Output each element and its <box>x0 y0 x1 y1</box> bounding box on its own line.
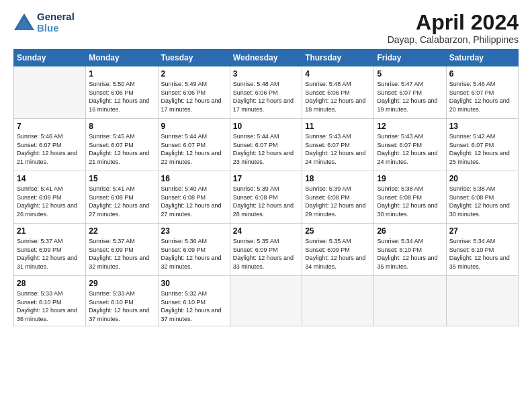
calendar-cell: 14 Sunrise: 5:41 AMSunset: 6:08 PMDaylig… <box>14 171 86 224</box>
day-number: 28 <box>17 279 83 288</box>
calendar-week-4: 28 Sunrise: 5:33 AMSunset: 6:10 PMDaylig… <box>14 276 519 326</box>
calendar-cell: 11 Sunrise: 5:43 AMSunset: 6:07 PMDaylig… <box>302 119 374 171</box>
day-number: 29 <box>89 279 154 288</box>
calendar-cell: 28 Sunrise: 5:33 AMSunset: 6:10 PMDaylig… <box>14 276 86 326</box>
calendar-cell: 27 Sunrise: 5:34 AMSunset: 6:10 PMDaylig… <box>446 224 518 276</box>
day-number: 9 <box>161 122 227 131</box>
calendar-cell <box>302 276 374 326</box>
day-number: 15 <box>89 174 154 183</box>
calendar-week-2: 14 Sunrise: 5:41 AMSunset: 6:08 PMDaylig… <box>14 171 519 224</box>
day-info: Sunrise: 5:33 AMSunset: 6:10 PMDaylight:… <box>89 289 154 323</box>
calendar-cell: 15 Sunrise: 5:41 AMSunset: 6:08 PMDaylig… <box>86 171 158 224</box>
col-wednesday: Wednesday <box>230 50 302 66</box>
day-info: Sunrise: 5:39 AMSunset: 6:08 PMDaylight:… <box>233 185 299 218</box>
calendar-cell: 26 Sunrise: 5:34 AMSunset: 6:10 PMDaylig… <box>374 224 446 276</box>
logo-container: General Blue <box>13 11 75 34</box>
day-info: Sunrise: 5:44 AMSunset: 6:07 PMDaylight:… <box>233 132 299 166</box>
calendar-cell: 13 Sunrise: 5:42 AMSunset: 6:07 PMDaylig… <box>446 119 518 171</box>
day-number: 22 <box>89 226 154 236</box>
day-number: 18 <box>305 174 371 183</box>
day-info: Sunrise: 5:44 AMSunset: 6:07 PMDaylight:… <box>161 132 227 166</box>
day-number: 6 <box>449 69 515 79</box>
calendar-cell <box>14 66 86 119</box>
day-info: Sunrise: 5:33 AMSunset: 6:10 PMDaylight:… <box>17 289 83 323</box>
calendar-cell: 1 Sunrise: 5:50 AMSunset: 6:06 PMDayligh… <box>86 66 158 119</box>
day-number: 14 <box>17 174 83 183</box>
calendar-cell <box>446 276 518 326</box>
calendar-cell: 5 Sunrise: 5:47 AMSunset: 6:07 PMDayligh… <box>374 66 446 119</box>
day-info: Sunrise: 5:48 AMSunset: 6:06 PMDaylight:… <box>305 80 371 113</box>
day-number: 23 <box>161 226 227 236</box>
day-info: Sunrise: 5:35 AMSunset: 6:09 PMDaylight:… <box>305 237 371 271</box>
logo-blue: Blue <box>37 22 75 34</box>
day-number: 27 <box>449 226 515 236</box>
page: General Blue April 2024 Dayap, Calabarzo… <box>0 0 532 411</box>
day-info: Sunrise: 5:36 AMSunset: 6:09 PMDaylight:… <box>161 237 227 271</box>
day-info: Sunrise: 5:32 AMSunset: 6:10 PMDaylight:… <box>161 289 227 323</box>
calendar-cell: 21 Sunrise: 5:37 AMSunset: 6:09 PMDaylig… <box>14 224 86 276</box>
day-number: 4 <box>305 69 371 79</box>
logo-svg <box>13 11 35 33</box>
logo-wordmark: General Blue <box>37 11 75 34</box>
day-number: 10 <box>233 122 299 131</box>
day-number: 24 <box>233 226 299 236</box>
day-number: 25 <box>305 226 371 236</box>
calendar-cell: 7 Sunrise: 5:46 AMSunset: 6:07 PMDayligh… <box>14 119 86 171</box>
calendar-cell: 2 Sunrise: 5:49 AMSunset: 6:06 PMDayligh… <box>158 66 230 119</box>
calendar-cell: 3 Sunrise: 5:48 AMSunset: 6:06 PMDayligh… <box>230 66 302 119</box>
day-number: 12 <box>377 122 443 131</box>
col-monday: Monday <box>86 50 158 66</box>
day-number: 2 <box>161 69 227 79</box>
day-number: 11 <box>305 122 371 131</box>
day-number: 7 <box>17 122 83 131</box>
calendar-cell: 12 Sunrise: 5:43 AMSunset: 6:07 PMDaylig… <box>374 119 446 171</box>
calendar-cell: 4 Sunrise: 5:48 AMSunset: 6:06 PMDayligh… <box>302 66 374 119</box>
calendar-cell <box>374 276 446 326</box>
calendar-cell: 17 Sunrise: 5:39 AMSunset: 6:08 PMDaylig… <box>230 171 302 224</box>
day-info: Sunrise: 5:46 AMSunset: 6:07 PMDaylight:… <box>17 132 83 166</box>
calendar-cell: 24 Sunrise: 5:35 AMSunset: 6:09 PMDaylig… <box>230 224 302 276</box>
calendar-week-1: 7 Sunrise: 5:46 AMSunset: 6:07 PMDayligh… <box>14 119 519 171</box>
day-number: 21 <box>17 226 83 236</box>
title-block: April 2024 Dayap, Calabarzon, Philippine… <box>388 11 519 45</box>
day-info: Sunrise: 5:47 AMSunset: 6:07 PMDaylight:… <box>377 80 443 113</box>
calendar-cell: 6 Sunrise: 5:46 AMSunset: 6:07 PMDayligh… <box>446 66 518 119</box>
calendar-cell: 29 Sunrise: 5:33 AMSunset: 6:10 PMDaylig… <box>86 276 158 326</box>
header-row: Sunday Monday Tuesday Wednesday Thursday… <box>14 50 519 66</box>
calendar-cell: 22 Sunrise: 5:37 AMSunset: 6:09 PMDaylig… <box>86 224 158 276</box>
col-thursday: Thursday <box>302 50 374 66</box>
calendar-cell: 19 Sunrise: 5:38 AMSunset: 6:08 PMDaylig… <box>374 171 446 224</box>
day-info: Sunrise: 5:39 AMSunset: 6:08 PMDaylight:… <box>305 185 371 218</box>
day-info: Sunrise: 5:43 AMSunset: 6:07 PMDaylight:… <box>305 132 371 166</box>
header: General Blue April 2024 Dayap, Calabarzo… <box>13 11 519 45</box>
day-info: Sunrise: 5:38 AMSunset: 6:08 PMDaylight:… <box>377 185 443 218</box>
day-info: Sunrise: 5:49 AMSunset: 6:06 PMDaylight:… <box>161 80 227 113</box>
day-info: Sunrise: 5:37 AMSunset: 6:09 PMDaylight:… <box>17 237 83 271</box>
col-sunday: Sunday <box>14 50 86 66</box>
calendar-week-3: 21 Sunrise: 5:37 AMSunset: 6:09 PMDaylig… <box>14 224 519 276</box>
day-info: Sunrise: 5:50 AMSunset: 6:06 PMDaylight:… <box>89 80 154 113</box>
calendar-table: Sunday Monday Tuesday Wednesday Thursday… <box>13 49 519 326</box>
calendar-cell <box>230 276 302 326</box>
calendar-cell: 25 Sunrise: 5:35 AMSunset: 6:09 PMDaylig… <box>302 224 374 276</box>
calendar-cell: 30 Sunrise: 5:32 AMSunset: 6:10 PMDaylig… <box>158 276 230 326</box>
calendar-cell: 16 Sunrise: 5:40 AMSunset: 6:08 PMDaylig… <box>158 171 230 224</box>
calendar-week-0: 1 Sunrise: 5:50 AMSunset: 6:06 PMDayligh… <box>14 66 519 119</box>
day-info: Sunrise: 5:37 AMSunset: 6:09 PMDaylight:… <box>89 237 154 271</box>
calendar-cell: 18 Sunrise: 5:39 AMSunset: 6:08 PMDaylig… <box>302 171 374 224</box>
day-number: 19 <box>377 174 443 183</box>
day-number: 5 <box>377 69 443 79</box>
day-number: 20 <box>449 174 515 183</box>
day-info: Sunrise: 5:43 AMSunset: 6:07 PMDaylight:… <box>377 132 443 166</box>
day-info: Sunrise: 5:45 AMSunset: 6:07 PMDaylight:… <box>89 132 154 166</box>
calendar-title: April 2024 <box>388 11 519 34</box>
day-info: Sunrise: 5:38 AMSunset: 6:08 PMDaylight:… <box>449 185 515 218</box>
calendar-subtitle: Dayap, Calabarzon, Philippines <box>388 34 519 45</box>
day-info: Sunrise: 5:41 AMSunset: 6:08 PMDaylight:… <box>89 185 154 218</box>
day-number: 8 <box>89 122 154 131</box>
col-tuesday: Tuesday <box>158 50 230 66</box>
day-info: Sunrise: 5:46 AMSunset: 6:07 PMDaylight:… <box>449 80 515 113</box>
calendar-cell: 10 Sunrise: 5:44 AMSunset: 6:07 PMDaylig… <box>230 119 302 171</box>
day-number: 17 <box>233 174 299 183</box>
col-friday: Friday <box>374 50 446 66</box>
